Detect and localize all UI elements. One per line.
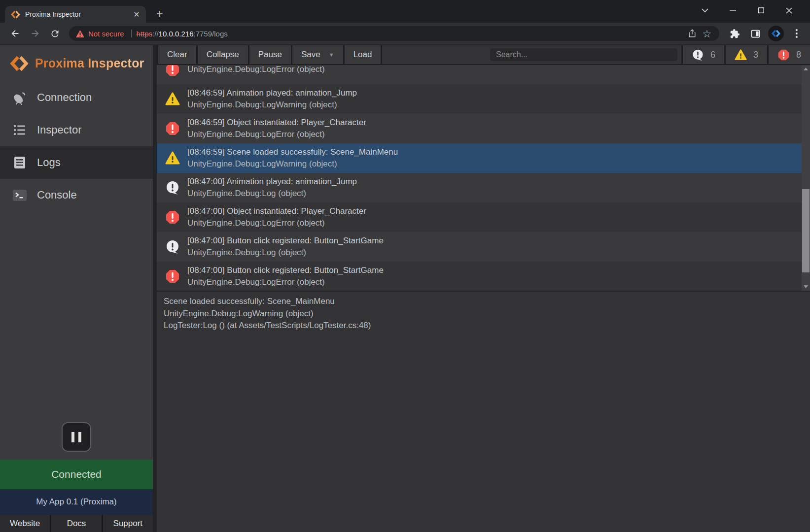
log-row[interactable]: [08:47:00] Button click registered: Butt… — [157, 232, 802, 262]
proxima-logo-icon — [10, 54, 29, 73]
save-button[interactable]: Save▼ — [292, 45, 343, 64]
error-count-filter[interactable]: 8 — [767, 45, 810, 64]
clear-button[interactable]: Clear — [158, 45, 196, 64]
url-divider — [131, 30, 132, 37]
detail-line: Scene loaded successfully: Scene_MainMen… — [164, 296, 803, 308]
sidebar-item-label: Console — [37, 189, 77, 201]
log-stack: UnityEngine.Debug:Log (object) — [187, 247, 384, 259]
tab-close-icon[interactable]: ✕ — [131, 9, 142, 20]
error-icon — [165, 269, 180, 284]
error-icon — [777, 49, 790, 61]
proxima-favicon — [11, 10, 20, 19]
maximize-icon[interactable] — [747, 4, 775, 17]
share-icon[interactable] — [685, 26, 700, 41]
log-detail-panel: Scene loaded successfully: Scene_MainMen… — [157, 291, 810, 532]
sidebar-footer: Website Docs Support — [0, 515, 153, 532]
log-message: [08:46:59] Scene loaded successfully: Sc… — [187, 146, 398, 158]
log-message: [08:47:00] Button click registered: Butt… — [187, 235, 384, 247]
collapse-button[interactable]: Collapse — [198, 45, 248, 64]
error-icon — [165, 121, 180, 136]
log-stack: UnityEngine.Debug:LogWarning (object) — [187, 158, 398, 170]
profile-avatar[interactable] — [768, 25, 784, 42]
detail-line: UnityEngine.Debug:LogWarning (object) — [164, 308, 803, 320]
extensions-icon[interactable] — [726, 25, 743, 42]
sidebar-item-label: Connection — [37, 91, 92, 104]
log-message: [08:47:00] Object instantiated: Player_C… — [187, 205, 366, 217]
log-row[interactable]: [08:47:00] Animation played: animation_J… — [157, 173, 802, 202]
sidebar-item-logs[interactable]: Logs — [0, 146, 153, 179]
browser-chrome: Proxima Inspector ✕ + — [0, 0, 810, 44]
tab-strip: Proxima Inspector ✕ + — [0, 0, 810, 23]
sidebar-item-console[interactable]: Console — [0, 179, 153, 211]
tab-title: Proxima Inspector — [25, 10, 131, 18]
log-row[interactable]: [08:46:59] Object instantiated: Player_C… — [157, 114, 802, 143]
window-controls — [691, 4, 803, 17]
log-row[interactable]: UnityEngine.Debug:LogError (object) — [157, 65, 802, 84]
pause-icon — [71, 432, 74, 442]
log-stack: UnityEngine.Debug:LogError (object) — [187, 217, 366, 229]
log-stack: UnityEngine.Debug:Log (object) — [187, 188, 357, 200]
log-row[interactable]: [08:47:00] Button click registered: Butt… — [157, 262, 802, 291]
sidebar-item-label: Logs — [37, 156, 61, 169]
connection-status-badge: Connected — [0, 460, 153, 489]
minimize-icon[interactable] — [719, 4, 747, 17]
support-link[interactable]: Support — [103, 515, 153, 532]
logs-page: Clear Collapse Pause Save▼ Load 6 — [153, 45, 810, 532]
info-count-filter[interactable]: 6 — [681, 45, 724, 64]
error-icon — [165, 210, 180, 225]
pause-stream-button[interactable] — [62, 422, 91, 452]
warning-icon — [735, 49, 747, 61]
info-icon — [692, 49, 704, 61]
error-icon — [165, 65, 180, 77]
website-link[interactable]: Website — [0, 515, 50, 532]
load-button[interactable]: Load — [345, 45, 381, 64]
warning-icon — [165, 92, 180, 106]
log-message: [08:47:00] Animation played: animation_J… — [187, 176, 357, 188]
scrollbar[interactable] — [802, 65, 810, 291]
log-list-viewport: UnityEngine.Debug:LogError (object) — [157, 65, 810, 291]
info-icon — [165, 239, 180, 254]
sidebar-item-inspector[interactable]: Inspector — [0, 114, 153, 146]
scroll-down-icon[interactable] — [802, 283, 810, 291]
terminal-icon — [12, 189, 28, 202]
detail-line: LogTester:Log () (at Assets/TestScripts/… — [164, 320, 803, 332]
search-input[interactable] — [490, 48, 677, 61]
bookmark-star-icon[interactable]: ☆ — [700, 26, 714, 41]
new-tab-button[interactable]: + — [153, 7, 167, 21]
warning-count: 3 — [753, 50, 758, 60]
scroll-up-icon[interactable] — [802, 65, 810, 73]
not-secure-label: Not secure — [88, 30, 124, 38]
log-stack: UnityEngine.Debug:LogWarning (object) — [187, 99, 357, 111]
url-bar[interactable]: Not secure https://10.0.0.216:7759/logs … — [69, 26, 719, 41]
browser-toolbar: Not secure https://10.0.0.216:7759/logs … — [0, 23, 810, 44]
log-message: [08:47:00] Button click registered: Butt… — [187, 265, 384, 276]
forward-icon[interactable] — [27, 25, 43, 42]
pause-button[interactable]: Pause — [249, 45, 291, 64]
chevron-down-icon[interactable] — [691, 4, 719, 17]
connected-app-info: My App 0.1 (Proxima) — [0, 489, 153, 515]
scrollbar-thumb[interactable] — [802, 189, 810, 272]
app-title: Proxima Inspector — [35, 56, 144, 70]
log-stack: UnityEngine.Debug:LogError (object) — [187, 129, 366, 140]
log-row[interactable]: [08:47:00] Object instantiated: Player_C… — [157, 202, 802, 232]
sidebar-item-label: Inspector — [37, 124, 82, 136]
docs-link[interactable]: Docs — [51, 515, 101, 532]
save-dropdown-icon[interactable]: ▼ — [329, 52, 334, 58]
satellite-icon — [12, 90, 28, 105]
sidebar-item-connection[interactable]: Connection — [0, 81, 153, 114]
info-count: 6 — [710, 50, 715, 60]
reload-icon[interactable] — [46, 25, 63, 42]
browser-tab[interactable]: Proxima Inspector ✕ — [5, 6, 146, 23]
log-row[interactable]: [08:46:59] Scene loaded successfully: Sc… — [157, 143, 802, 173]
app-logo: Proxima Inspector — [0, 45, 153, 81]
log-message: [08:46:59] Animation played: animation_J… — [187, 87, 357, 99]
close-window-icon[interactable] — [775, 4, 803, 17]
warning-count-filter[interactable]: 3 — [724, 45, 767, 64]
log-stack: UnityEngine.Debug:LogError (object) — [187, 65, 325, 75]
logs-toolbar: Clear Collapse Pause Save▼ Load 6 — [157, 45, 810, 65]
warning-icon — [165, 151, 180, 166]
side-panel-icon[interactable] — [747, 25, 764, 42]
log-row[interactable]: [08:46:59] Animation played: animation_J… — [157, 84, 802, 114]
browser-menu-icon[interactable] — [788, 25, 805, 42]
back-icon[interactable] — [7, 25, 24, 42]
